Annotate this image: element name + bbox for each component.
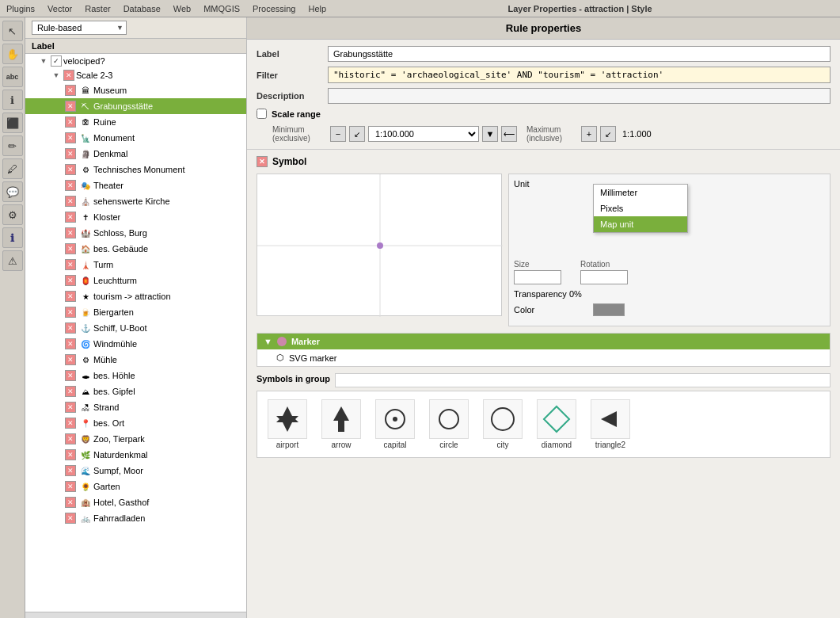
symbol-x-btn[interactable]: ✕ [257, 156, 268, 167]
marker-header[interactable]: ▼ Marker [257, 334, 830, 349]
select-icon[interactable]: ⬛ [2, 113, 23, 133]
symbol-item-capital[interactable]: capital [370, 396, 420, 452]
tree-item-theater[interactable]: 🎭 Theater [25, 177, 246, 193]
min-scale-select[interactable]: 1:100.000 [368, 126, 479, 142]
menu-processing[interactable]: Processing [253, 4, 295, 13]
marker-svg-item[interactable]: ⬡ SVG marker [257, 349, 830, 366]
tree-item-schiff[interactable]: ⚓ Schiff, U-Boot [25, 320, 246, 336]
tree-item-fahrrad[interactable]: 🚲 Fahrradladen [25, 510, 246, 526]
check-fahrrad[interactable] [65, 513, 76, 524]
check-denkmal[interactable] [65, 148, 76, 159]
unit-option-mm[interactable]: Millimeter [594, 185, 687, 200]
symbols-group-search[interactable] [335, 373, 830, 387]
check-leuchtturm[interactable] [65, 275, 76, 286]
scale-set-arrow-btn[interactable]: ⟵ [501, 126, 517, 142]
rule-based-select[interactable]: Rule-based [32, 21, 127, 35]
check-museum[interactable] [65, 85, 76, 96]
label-input[interactable] [328, 46, 830, 62]
menu-database[interactable]: Database [124, 4, 161, 13]
tree-container[interactable]: ▼ velociped? ▼ Scale 2-3 🏛 Museum ⛏ Grab… [25, 54, 246, 612]
tree-item-ruine[interactable]: 🏚 Ruine [25, 114, 246, 130]
check-kloster[interactable] [65, 212, 76, 223]
tree-item-hotel[interactable]: 🏨 Hotel, Gasthof [25, 494, 246, 510]
max-scale-arrow-btn[interactable]: ↙ [600, 126, 616, 142]
pencil-icon[interactable]: 🖊 [2, 158, 23, 179]
filter-input[interactable] [328, 67, 830, 83]
tree-item-muehle[interactable]: ⚙ Mühle [25, 352, 246, 368]
symbol-item-arrow[interactable]: arrow [316, 396, 367, 452]
identify-icon[interactable]: ℹ [2, 90, 23, 110]
tree-item-schloss[interactable]: 🏰 Schloss, Burg [25, 225, 246, 241]
check-gebaeude[interactable] [65, 243, 76, 254]
tree-item-zoo[interactable]: 🦁 Zoo, Tierpark [25, 431, 246, 447]
check-tourism-attraction[interactable] [65, 291, 76, 302]
check-turm[interactable] [65, 259, 76, 270]
max-scale-plus-btn[interactable]: + [581, 126, 597, 142]
abc-icon[interactable]: abc [2, 67, 23, 87]
symbol-item-triangle2[interactable]: triangle2 [585, 396, 636, 452]
check-grabung[interactable] [65, 101, 76, 112]
tree-item-sumpf[interactable]: 🌊 Sumpf, Moor [25, 463, 246, 479]
symbol-item-airport[interactable]: airport [262, 396, 313, 452]
tree-item-kirche[interactable]: ⛪ sehenswerte Kirche [25, 193, 246, 209]
check-monument[interactable] [65, 132, 76, 143]
tree-item-biergarten[interactable]: 🍺 Biergarten [25, 304, 246, 320]
symbol-item-city[interactable]: city [477, 396, 528, 452]
menu-plugins[interactable]: Plugins [6, 4, 35, 13]
scale-dropdown-btn[interactable]: ▼ [482, 126, 498, 142]
symbol-item-circle[interactable]: circle [424, 396, 474, 452]
bottom-scrollbar[interactable] [25, 612, 246, 618]
scale-arrow-btn[interactable]: ↙ [349, 126, 365, 142]
menu-help[interactable]: Help [308, 4, 326, 13]
tree-item-monument[interactable]: 🗽 Monument [25, 130, 246, 146]
check-ort[interactable] [65, 418, 76, 429]
description-input[interactable] [328, 88, 830, 104]
scale-range-checkbox[interactable] [257, 109, 267, 119]
unit-option-mapunit[interactable]: Map unit [594, 216, 687, 232]
menu-vector[interactable]: Vector [48, 4, 72, 13]
check-zoo[interactable] [65, 433, 76, 444]
check-muehle[interactable] [65, 354, 76, 365]
check-scale[interactable] [63, 70, 74, 81]
color-swatch[interactable] [593, 303, 625, 316]
check-schiff[interactable] [65, 322, 76, 334]
edit-icon[interactable]: ✏ [2, 135, 23, 156]
rotation-input[interactable] [580, 270, 628, 284]
tree-item-strand[interactable]: 🏖 Strand [25, 399, 246, 415]
check-ruine[interactable] [65, 116, 76, 128]
cursor-icon[interactable]: ↖ [2, 21, 23, 41]
help-icon[interactable]: ℹ [2, 227, 23, 248]
menu-raster[interactable]: Raster [85, 4, 110, 13]
size-input[interactable] [514, 270, 561, 284]
check-hoehle[interactable] [65, 370, 76, 381]
tree-item-windmuehle[interactable]: 🌀 Windmühle [25, 336, 246, 352]
tree-item-tourism-attraction[interactable]: ★ tourism -> attraction [25, 288, 246, 304]
tree-item-scale[interactable]: ▼ Scale 2-3 [25, 68, 246, 82]
check-gipfel[interactable] [65, 386, 76, 397]
pan-icon[interactable]: ✋ [2, 44, 23, 64]
check-velociped[interactable] [51, 55, 62, 67]
check-strand[interactable] [65, 402, 76, 413]
symbol-item-diamond[interactable]: diamond [531, 396, 582, 452]
tree-item-museum[interactable]: 🏛 Museum [25, 82, 246, 98]
alert-icon[interactable]: ⚠ [2, 250, 23, 271]
check-biergarten[interactable] [65, 307, 76, 318]
tree-item-grabung[interactable]: ⛏ Grabungsstätte [25, 98, 246, 114]
check-windmuehle[interactable] [65, 338, 76, 349]
gear-icon[interactable]: ⚙ [2, 204, 23, 225]
check-tech-monument[interactable] [65, 164, 76, 175]
tree-item-garten[interactable]: 🌻 Garten [25, 479, 246, 494]
check-theater[interactable] [65, 180, 76, 191]
check-kirche[interactable] [65, 196, 76, 207]
tree-item-gebaeude[interactable]: 🏠 bes. Gebäude [25, 241, 246, 257]
tree-item-velociped[interactable]: ▼ velociped? [25, 54, 246, 68]
tree-item-gipfel[interactable]: ⛰ bes. Gipfel [25, 383, 246, 399]
check-garten[interactable] [65, 481, 76, 492]
unit-dropdown[interactable]: Millimeter Pixels Map unit [593, 184, 688, 233]
tree-item-hoehle[interactable]: 🕳 bes. Höhle [25, 368, 246, 383]
scale-minus-btn[interactable]: − [330, 126, 346, 142]
unit-option-px[interactable]: Pixels [594, 200, 687, 216]
check-naturdenkmal[interactable] [65, 449, 76, 460]
tree-item-leuchtturm[interactable]: 🏮 Leuchtturm [25, 273, 246, 288]
check-hotel[interactable] [65, 497, 76, 508]
